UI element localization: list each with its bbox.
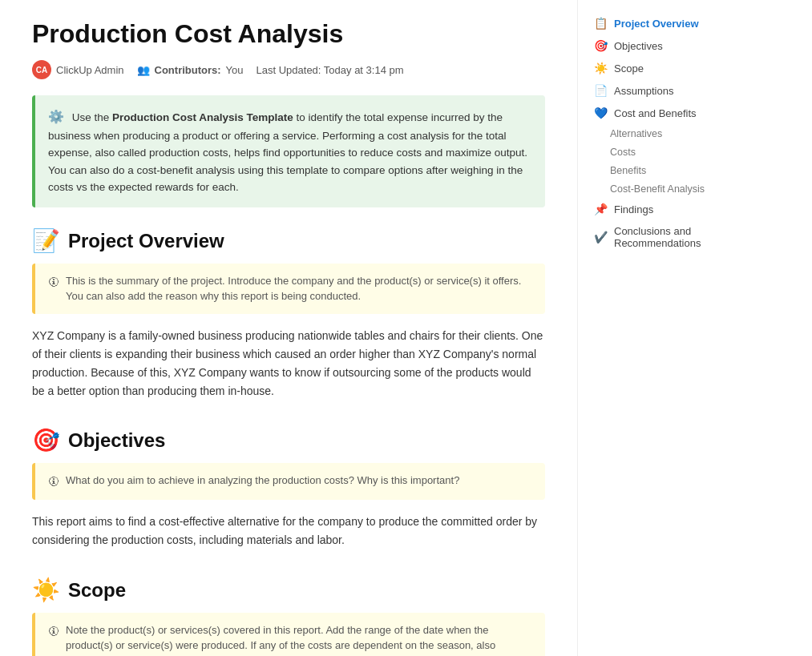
- contributors-value: You: [226, 64, 244, 76]
- author-name: ClickUp Admin: [56, 64, 124, 76]
- sidebar-item-assumptions[interactable]: 📄 Assumptions: [588, 80, 760, 101]
- section-heading-scope: ☀️ Scope: [32, 579, 545, 602]
- section-project-overview: 📝 Project Overview 🛈 This is the summary…: [32, 230, 545, 400]
- page-title: Production Cost Analysis: [32, 19, 545, 49]
- section-heading-objectives: 🎯 Objectives: [32, 429, 545, 452]
- sidebar-icon-assumptions: 📄: [594, 84, 608, 97]
- sidebar-label-project-overview: Project Overview: [614, 18, 699, 30]
- intro-icon: ⚙️: [48, 107, 64, 127]
- sidebar-item-objectives[interactable]: 🎯 Objectives: [588, 35, 760, 56]
- section-body-project-overview: XYZ Company is a family-owned business p…: [32, 327, 545, 400]
- sidebar-item-cost-and-benefits[interactable]: 💙 Cost and Benefits: [588, 103, 760, 123]
- sidebar-item-conclusions[interactable]: ✔️ Conclusions and Recommendations: [588, 221, 760, 253]
- sidebar-label-cost-and-benefits: Cost and Benefits: [614, 107, 697, 119]
- sidebar-label-findings: Findings: [614, 203, 653, 215]
- section-heading-project-overview: 📝 Project Overview: [32, 230, 545, 252]
- section-title-objectives: Objectives: [68, 429, 165, 452]
- info-callout-scope: 🛈 Note the product(s) or services(s) cov…: [32, 613, 545, 656]
- info-icon-project-overview: 🛈: [48, 274, 59, 291]
- sidebar-label-scope: Scope: [614, 62, 644, 74]
- sidebar-item-findings[interactable]: 📌 Findings: [588, 199, 760, 219]
- sections-container: 📝 Project Overview 🛈 This is the summary…: [32, 230, 545, 656]
- callout-text-scope: Note the product(s) or services(s) cover…: [66, 622, 532, 656]
- section-icon-project-overview: 📝: [32, 230, 60, 252]
- author-meta: CA ClickUp Admin: [32, 60, 124, 79]
- callout-text-project-overview: This is the summary of the project. Intr…: [66, 273, 532, 304]
- main-content: Production Cost Analysis CA ClickUp Admi…: [0, 0, 577, 656]
- info-callout-objectives: 🛈 What do you aim to achieve in analyzin…: [32, 463, 545, 500]
- sidebar-icon-cost-and-benefits: 💙: [594, 107, 608, 119]
- sidebar-sub-item-cost-benefit-analysis[interactable]: Cost-Benefit Analysis: [588, 180, 760, 198]
- info-icon-objectives: 🛈: [48, 473, 59, 490]
- meta-bar: CA ClickUp Admin 👥 Contributors: You Las…: [32, 60, 545, 79]
- intro-box: ⚙️ Use the Production Cost Analysis Temp…: [32, 95, 545, 207]
- sidebar: 📋 Project Overview 🎯 Objectives ☀️ Scope…: [577, 0, 770, 656]
- info-callout-project-overview: 🛈 This is the summary of the project. In…: [32, 264, 545, 314]
- sidebar-icon-findings: 📌: [594, 203, 608, 215]
- section-scope: ☀️ Scope 🛈 Note the product(s) or servic…: [32, 579, 545, 656]
- sidebar-item-project-overview[interactable]: 📋 Project Overview: [588, 13, 760, 34]
- section-icon-objectives: 🎯: [32, 429, 60, 452]
- section-icon-scope: ☀️: [32, 579, 60, 602]
- sidebar-item-scope[interactable]: ☀️ Scope: [588, 58, 760, 78]
- info-icon-scope: 🛈: [48, 623, 59, 640]
- sidebar-icon-scope: ☀️: [594, 62, 608, 74]
- sidebar-nav: 📋 Project Overview 🎯 Objectives ☀️ Scope…: [588, 13, 760, 253]
- sidebar-sub-item-benefits[interactable]: Benefits: [588, 162, 760, 179]
- section-objectives: 🎯 Objectives 🛈 What do you aim to achiev…: [32, 429, 545, 549]
- contributors-meta: 👥 Contributors: You: [137, 64, 244, 76]
- sidebar-sub-item-alternatives[interactable]: Alternatives: [588, 125, 760, 143]
- contributors-label: Contributors:: [155, 64, 221, 76]
- intro-text: Use the Production Cost Analysis Templat…: [48, 111, 527, 193]
- last-updated: Last Updated: Today at 3:14 pm: [257, 64, 404, 76]
- section-title-project-overview: Project Overview: [68, 230, 224, 252]
- sidebar-label-conclusions: Conclusions and Recommendations: [614, 225, 753, 249]
- sidebar-icon-project-overview: 📋: [594, 17, 608, 30]
- sidebar-icon-objectives: 🎯: [594, 39, 608, 52]
- avatar: CA: [32, 60, 51, 79]
- contributors-icon: 👥: [137, 64, 150, 76]
- section-body-objectives: This report aims to find a cost-effectiv…: [32, 513, 545, 549]
- section-title-scope: Scope: [68, 579, 126, 602]
- sidebar-label-assumptions: Assumptions: [614, 85, 673, 97]
- sidebar-label-objectives: Objectives: [614, 40, 663, 52]
- sidebar-icon-conclusions: ✔️: [594, 231, 608, 243]
- sidebar-sub-item-costs[interactable]: Costs: [588, 143, 760, 161]
- callout-text-objectives: What do you aim to achieve in analyzing …: [66, 473, 459, 489]
